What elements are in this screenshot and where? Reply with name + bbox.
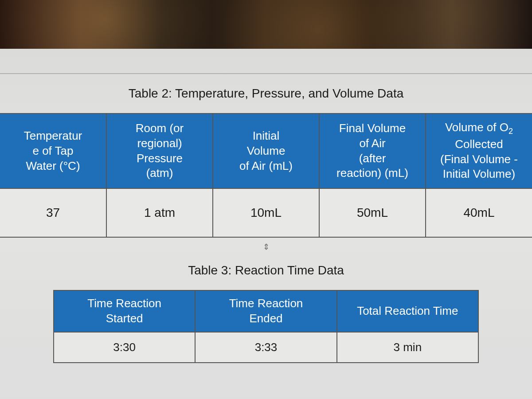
table3-cell-started: 3:30 (54, 332, 195, 363)
table3-header-total: Total Reaction Time (337, 290, 478, 332)
table3-data-row: 3:30 3:33 3 min (54, 332, 478, 363)
resize-handle-icon[interactable]: ⇕ (256, 243, 276, 251)
table3-cell-ended: 3:33 (195, 332, 336, 363)
table3-header-started: Time ReactionStarted (54, 290, 195, 332)
table2-header-pressure: Room (orregional)Pressure(atm) (106, 113, 213, 188)
table3-header-row: Time ReactionStarted Time ReactionEnded … (54, 290, 478, 332)
table2-caption: Table 2: Temperature, Pressure, and Volu… (0, 86, 532, 101)
table2-cell-initial-vol: 10mL (213, 188, 319, 237)
table2-header-row: Temperature of TapWater (°C) Room (orreg… (0, 113, 532, 188)
table3-header-ended: Time ReactionEnded (195, 290, 336, 332)
table2: Temperature of TapWater (°C) Room (orreg… (0, 113, 532, 238)
table3: Time ReactionStarted Time ReactionEnded … (53, 290, 479, 363)
o2-sub: 2 (509, 127, 513, 136)
o2-pre: Volume of O (445, 121, 509, 134)
embedded-photo (0, 0, 532, 49)
table2-cell-temp: 37 (0, 188, 106, 237)
table2-header-initial-vol: InitialVolumeof Air (mL) (213, 113, 319, 188)
table3-cell-total: 3 min (337, 332, 478, 363)
horizontal-divider (0, 73, 532, 74)
table2-header-temp: Temperature of TapWater (°C) (0, 113, 106, 188)
table2-cell-collected: 40mL (426, 188, 532, 237)
table2-header-collected: Volume of O2Collected(Final Volume -Init… (426, 113, 532, 188)
table2-cell-pressure: 1 atm (106, 188, 213, 237)
table2-header-final-vol: Final Volumeof Air(afterreaction) (mL) (319, 113, 426, 188)
table2-data-row: 37 1 atm 10mL 50mL 40mL (0, 188, 532, 237)
table2-cell-final-vol: 50mL (319, 188, 426, 237)
table3-caption: Table 3: Reaction Time Data (0, 263, 532, 278)
